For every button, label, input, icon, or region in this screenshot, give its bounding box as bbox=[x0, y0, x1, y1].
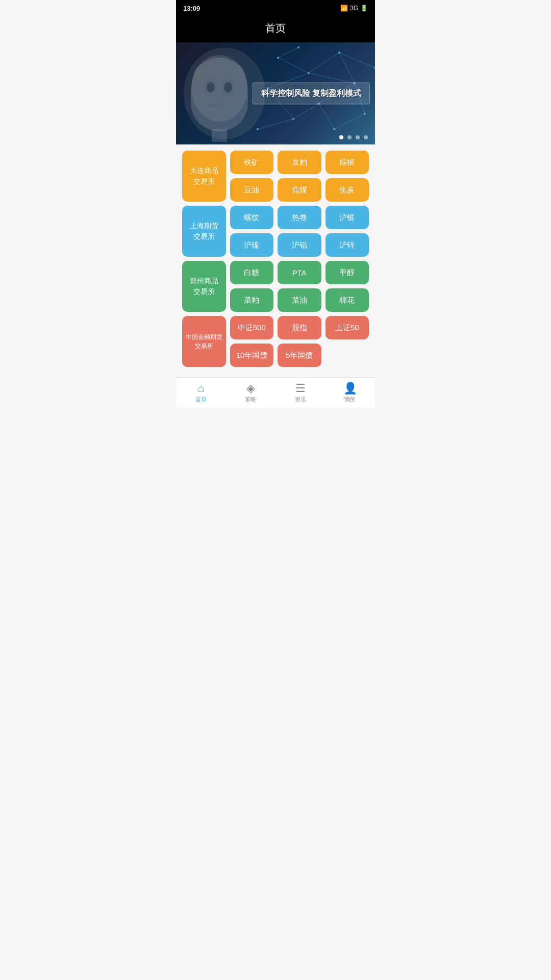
svg-line-13 bbox=[309, 53, 339, 73]
svg-line-24 bbox=[258, 119, 293, 129]
exchange-shanghai: 上海期货交易所 螺纹 热卷 沪银 沪镍 沪铝 沪锌 bbox=[182, 206, 369, 257]
nav-news[interactable]: ☰ 资讯 bbox=[276, 378, 325, 408]
item-douyou[interactable]: 豆油 bbox=[230, 178, 274, 202]
nav-home-label: 首页 bbox=[195, 396, 207, 403]
item-shangzheng50[interactable]: 上证50 bbox=[325, 316, 369, 339]
status-bar: 13:09 📶 3G 🔋 bbox=[176, 0, 375, 16]
nav-news-label: 资讯 bbox=[295, 396, 306, 403]
item-mianhua[interactable]: 棉花 bbox=[325, 288, 369, 312]
banner-dots[interactable] bbox=[339, 135, 368, 139]
home-icon: ⌂ bbox=[197, 383, 204, 394]
svg-line-12 bbox=[278, 58, 309, 73]
status-icons: 📶 3G 🔋 bbox=[340, 5, 368, 12]
battery-icon: 🔋 bbox=[360, 5, 368, 12]
dot-2[interactable] bbox=[347, 135, 352, 139]
item-hulv[interactable]: 沪铝 bbox=[278, 233, 321, 257]
dot-3[interactable] bbox=[356, 135, 360, 139]
svg-point-30 bbox=[207, 82, 215, 92]
svg-line-21 bbox=[339, 53, 375, 68]
item-doufu[interactable]: 豆粕 bbox=[278, 151, 321, 174]
svg-line-14 bbox=[339, 53, 355, 83]
item-jiaotan[interactable]: 焦炭 bbox=[325, 178, 369, 202]
nav-profile-label: 我的 bbox=[344, 396, 356, 403]
svg-line-17 bbox=[309, 73, 355, 83]
page-title: 首页 bbox=[265, 22, 286, 34]
item-zonglv[interactable]: 棕榈 bbox=[325, 151, 369, 174]
item-caiyou[interactable]: 菜油 bbox=[278, 288, 321, 312]
exchange-cffex: 中国金融期货交易所 中证500 股指 上证50 10年国债 5年国债 bbox=[182, 316, 369, 367]
item-pta[interactable]: PTA bbox=[278, 261, 321, 284]
svg-line-20 bbox=[278, 47, 298, 58]
svg-line-16 bbox=[293, 104, 319, 119]
banner[interactable]: 科学控制风险 复制盈利模式 bbox=[176, 42, 375, 144]
svg-rect-32 bbox=[207, 104, 232, 108]
svg-line-19 bbox=[334, 114, 365, 129]
market-grid: 大连商品交易所 铁矿 豆粕 棕榈 豆油 焦煤 焦炭 上海期货交易所 螺纹 热卷 … bbox=[176, 144, 375, 377]
dot-4[interactable] bbox=[364, 135, 368, 139]
exchange-zhengzhou: 郑州商品交易所 白糖 PTA 甲醇 菜粕 菜油 棉花 bbox=[182, 261, 369, 312]
item-rejuan[interactable]: 热卷 bbox=[278, 206, 321, 229]
svg-point-31 bbox=[224, 82, 232, 92]
exchange-zhengzhou-label[interactable]: 郑州商品交易所 bbox=[182, 261, 226, 312]
nav-strategy[interactable]: ◈ 策略 bbox=[226, 378, 276, 408]
item-10nianguozhai[interactable]: 10年国债 bbox=[230, 344, 274, 367]
exchange-dalian-label[interactable]: 大连商品交易所 bbox=[182, 151, 226, 202]
exchange-dalian: 大连商品交易所 铁矿 豆粕 棕榈 豆油 焦煤 焦炭 bbox=[182, 151, 369, 202]
nav-profile[interactable]: 👤 我的 bbox=[325, 378, 375, 408]
item-caifu[interactable]: 菜粕 bbox=[230, 288, 274, 312]
exchange-cffex-label[interactable]: 中国金融期货交易所 bbox=[182, 316, 226, 367]
signal-icon: 📶 bbox=[340, 5, 348, 12]
person-icon: 👤 bbox=[343, 383, 357, 394]
banner-text-box: 科学控制风险 复制盈利模式 bbox=[253, 83, 370, 105]
exchange-shanghai-label[interactable]: 上海期货交易所 bbox=[182, 206, 226, 257]
item-hunie[interactable]: 沪镍 bbox=[230, 233, 274, 257]
item-huyin[interactable]: 沪银 bbox=[325, 206, 369, 229]
item-jiaomei[interactable]: 焦煤 bbox=[278, 178, 321, 202]
time-display: 13:09 bbox=[183, 5, 200, 12]
svg-rect-33 bbox=[212, 129, 227, 142]
item-tiemu[interactable]: 铁矿 bbox=[230, 151, 274, 174]
news-icon: ☰ bbox=[295, 383, 306, 394]
page-header: 首页 bbox=[176, 16, 375, 42]
item-baitang[interactable]: 白糖 bbox=[230, 261, 274, 284]
nav-strategy-label: 策略 bbox=[245, 396, 256, 403]
bottom-navigation: ⌂ 首页 ◈ 策略 ☰ 资讯 👤 我的 bbox=[176, 377, 375, 408]
banner-slogan: 科学控制风险 复制盈利模式 bbox=[261, 88, 361, 99]
item-huxin[interactable]: 沪锌 bbox=[325, 233, 369, 257]
item-jiachun[interactable]: 甲醇 bbox=[325, 261, 369, 284]
dot-1[interactable] bbox=[339, 135, 343, 139]
item-5nianguozhai[interactable]: 5年国债 bbox=[278, 344, 321, 367]
item-luowen[interactable]: 螺纹 bbox=[230, 206, 274, 229]
nav-home[interactable]: ⌂ 首页 bbox=[176, 378, 226, 408]
svg-line-25 bbox=[319, 104, 334, 129]
layers-icon: ◈ bbox=[246, 383, 255, 394]
item-zhongzheng500[interactable]: 中证500 bbox=[230, 316, 274, 339]
network-type: 3G bbox=[350, 5, 358, 12]
item-guzhi[interactable]: 股指 bbox=[278, 316, 321, 339]
